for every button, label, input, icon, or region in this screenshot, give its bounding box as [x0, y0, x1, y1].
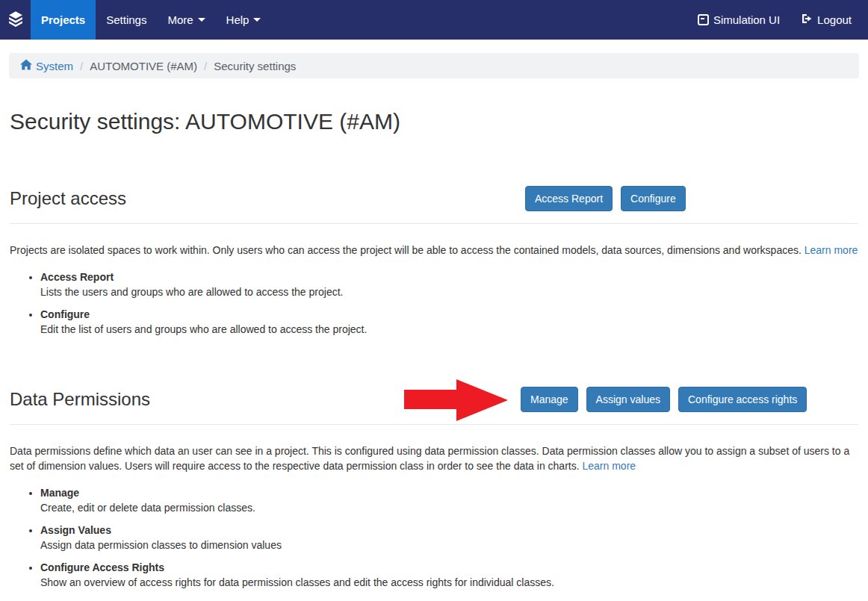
logout-button[interactable]: Logout — [801, 13, 852, 27]
assign-values-button[interactable]: Assign values — [586, 387, 670, 412]
project-access-feature-list: Access Report Lists the users and groups… — [10, 270, 858, 337]
home-icon — [20, 59, 32, 72]
configure-access-rights-button[interactable]: Configure access rights — [678, 387, 807, 412]
section-heading-project-access: Project access — [10, 186, 858, 209]
navbar-right: Simulation UI Logout — [698, 0, 868, 40]
breadcrumb-item-project[interactable]: AUTOMOTIVE (#AM) — [90, 60, 197, 72]
breadcrumb-item-system[interactable]: System — [20, 59, 73, 72]
data-permissions-description-text: Data permissions define which data an us… — [10, 445, 849, 472]
data-permissions-learn-more-link[interactable]: Learn more — [582, 460, 636, 472]
breadcrumb: System / AUTOMOTIVE (#AM) / Security set… — [9, 53, 859, 78]
nav-item-help[interactable]: Help — [216, 0, 272, 40]
main-nav: Projects Settings More Help — [31, 0, 271, 40]
section-header-project-access: Project access Access Report Configure — [10, 186, 858, 213]
nav-item-projects[interactable]: Projects — [31, 0, 96, 40]
chevron-down-icon — [253, 18, 261, 22]
simulation-ui-button[interactable]: Simulation UI — [698, 13, 780, 26]
feature-title-configure: Configure — [40, 307, 858, 322]
simulation-ui-icon — [698, 14, 709, 25]
logout-label: Logout — [817, 13, 852, 26]
data-permissions-feature-list: Manage Create, edit or delete data permi… — [10, 485, 858, 590]
breadcrumb-separator: / — [73, 60, 90, 72]
simulation-ui-label: Simulation UI — [713, 13, 780, 26]
access-report-button[interactable]: Access Report — [525, 186, 613, 211]
chevron-down-icon — [198, 18, 205, 22]
feature-title-manage: Manage — [40, 485, 858, 500]
app-logo[interactable] — [0, 0, 31, 40]
list-item: Access Report Lists the users and groups… — [40, 270, 858, 299]
layers-icon — [6, 9, 25, 31]
nav-item-help-label: Help — [226, 13, 249, 26]
top-navbar: Projects Settings More Help Simulation U… — [0, 0, 868, 40]
page-content: Security settings: AUTOMOTIVE (#AM) Proj… — [0, 109, 868, 590]
list-item: Assign Values Assign data permission cla… — [40, 523, 858, 552]
sign-out-icon — [801, 13, 813, 27]
project-access-learn-more-link[interactable]: Learn more — [805, 244, 858, 256]
breadcrumb-item-current: Security settings — [214, 60, 296, 72]
feature-description: Create, edit or delete data permission c… — [40, 500, 858, 515]
data-permissions-description: Data permissions define which data an us… — [10, 443, 858, 473]
list-item: Configure Edit the list of users and gro… — [40, 307, 858, 337]
page-title: Security settings: AUTOMOTIVE (#AM) — [10, 109, 858, 134]
feature-title-assign-values: Assign Values — [40, 523, 858, 538]
project-access-button-row: Access Report Configure — [525, 186, 686, 211]
list-item: Manage Create, edit or delete data permi… — [40, 485, 858, 515]
list-item: Configure Access Rights Show an overview… — [40, 560, 858, 590]
breadcrumb-label-system: System — [36, 60, 73, 72]
feature-description: Assign data permission classes to dimens… — [40, 538, 858, 552]
project-access-description: Projects are isolated spaces to work wit… — [10, 243, 858, 258]
nav-item-more-label: More — [167, 13, 193, 26]
project-access-description-text: Projects are isolated spaces to work wit… — [10, 244, 802, 256]
breadcrumb-separator: / — [197, 60, 214, 72]
feature-description: Show an overview of access rights for da… — [40, 575, 858, 590]
feature-title-access-report: Access Report — [40, 270, 858, 284]
configure-button[interactable]: Configure — [621, 186, 686, 211]
data-permissions-button-row: Manage Assign values Configure access ri… — [521, 387, 807, 412]
feature-title-configure-access-rights: Configure Access Rights — [40, 560, 858, 575]
section-divider — [10, 424, 858, 425]
section-divider — [10, 223, 858, 224]
manage-button[interactable]: Manage — [521, 387, 578, 412]
nav-item-more[interactable]: More — [157, 0, 215, 40]
feature-description: Edit the list of users and groups who ar… — [40, 322, 858, 337]
nav-item-settings[interactable]: Settings — [96, 0, 157, 40]
section-header-data-permissions: Data Permissions Manage Assign values Co… — [10, 387, 858, 414]
feature-description: Lists the users and groups who are allow… — [40, 284, 858, 299]
